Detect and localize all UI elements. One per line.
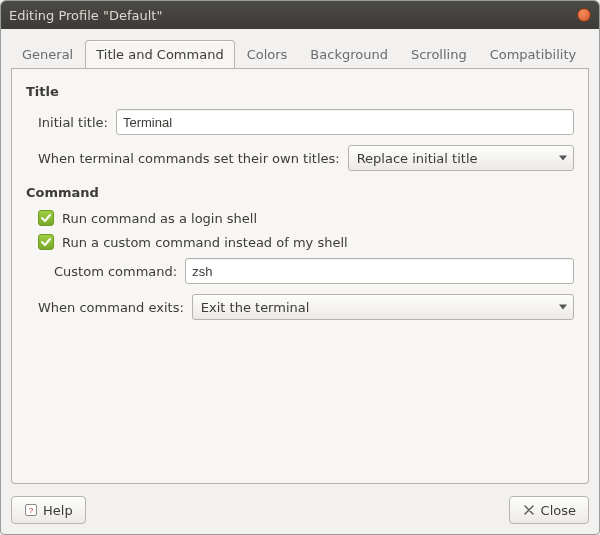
- set-own-titles-label: When terminal commands set their own tit…: [38, 151, 340, 166]
- login-shell-checkbox[interactable]: [38, 210, 54, 226]
- close-x-icon: [522, 503, 536, 517]
- close-button-label: Close: [541, 503, 576, 518]
- set-own-titles-row: When terminal commands set their own tit…: [38, 145, 574, 171]
- tab-title-and-command[interactable]: Title and Command: [85, 40, 234, 68]
- initial-title-input[interactable]: [116, 109, 574, 135]
- tab-scrolling[interactable]: Scrolling: [400, 40, 478, 68]
- initial-title-row: Initial title:: [38, 109, 574, 135]
- custom-command-input[interactable]: [185, 258, 574, 284]
- tab-panel: Title Initial title: When terminal comma…: [11, 68, 589, 484]
- custom-command-row: Custom command:: [54, 258, 574, 284]
- when-command-exits-label: When command exits:: [38, 300, 184, 315]
- tab-background[interactable]: Background: [299, 40, 399, 68]
- initial-title-label: Initial title:: [38, 115, 108, 130]
- check-icon: [41, 213, 51, 223]
- help-icon: ?: [24, 503, 38, 517]
- login-shell-label: Run command as a login shell: [62, 211, 257, 226]
- custom-command-checkbox-label: Run a custom command instead of my shell: [62, 235, 348, 250]
- tab-compatibility[interactable]: Compatibility: [479, 40, 588, 68]
- custom-command-label: Custom command:: [54, 264, 177, 279]
- login-shell-checkbox-row[interactable]: Run command as a login shell: [38, 210, 574, 226]
- set-own-titles-select[interactable]: Replace initial title: [348, 145, 574, 171]
- titlebar: Editing Profile "Default": [1, 1, 599, 29]
- close-icon[interactable]: [577, 8, 591, 22]
- dialog-button-bar: ? Help Close: [1, 490, 599, 534]
- check-icon: [41, 237, 51, 247]
- tab-colors[interactable]: Colors: [236, 40, 299, 68]
- set-own-titles-value: Replace initial title: [357, 151, 478, 166]
- content-area: General Title and Command Colors Backgro…: [1, 29, 599, 490]
- when-command-exits-select[interactable]: Exit the terminal: [192, 294, 574, 320]
- chevron-down-icon: [559, 156, 567, 161]
- tab-bar: General Title and Command Colors Backgro…: [11, 40, 589, 69]
- when-command-exits-row: When command exits: Exit the terminal: [38, 294, 574, 320]
- window-title: Editing Profile "Default": [9, 8, 577, 23]
- help-button[interactable]: ? Help: [11, 496, 86, 524]
- svg-text:?: ?: [29, 506, 34, 515]
- chevron-down-icon: [559, 305, 567, 310]
- when-command-exits-value: Exit the terminal: [201, 300, 310, 315]
- command-heading: Command: [26, 185, 574, 200]
- tab-general[interactable]: General: [11, 40, 84, 68]
- profile-editor-window: Editing Profile "Default" General Title …: [0, 0, 600, 535]
- help-button-label: Help: [43, 503, 73, 518]
- custom-command-checkbox[interactable]: [38, 234, 54, 250]
- custom-command-checkbox-row[interactable]: Run a custom command instead of my shell: [38, 234, 574, 250]
- title-heading: Title: [26, 84, 574, 99]
- close-button[interactable]: Close: [509, 496, 589, 524]
